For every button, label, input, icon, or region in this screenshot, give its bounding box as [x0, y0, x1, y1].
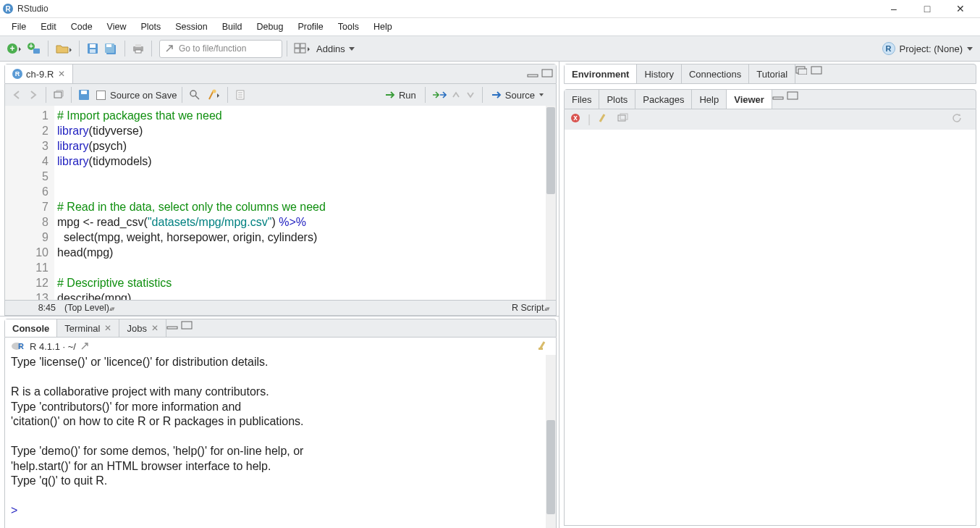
- source-statusbar: 8:45 (Top Level) R Script: [4, 300, 557, 316]
- tab-jobs[interactable]: Jobs✕: [119, 319, 166, 337]
- menu-help[interactable]: Help: [366, 20, 400, 34]
- console-popout-icon[interactable]: [80, 342, 90, 351]
- project-r-icon: R: [882, 42, 895, 55]
- restore-env-icon[interactable]: [795, 64, 807, 77]
- menu-profile[interactable]: Profile: [290, 20, 330, 34]
- tab-terminal[interactable]: Terminal✕: [57, 319, 119, 337]
- new-project-button[interactable]: +: [27, 42, 41, 55]
- tab-console[interactable]: Console: [5, 319, 57, 337]
- menu-session[interactable]: Session: [168, 20, 214, 34]
- save-button[interactable]: [86, 42, 99, 55]
- scope-indicator[interactable]: (Top Level): [64, 303, 512, 313]
- tab-environment[interactable]: Environment: [565, 64, 637, 83]
- top-right-tabs: Environment History Connections Tutorial: [564, 64, 976, 84]
- source-on-save-checkbox[interactable]: [96, 91, 106, 100]
- code-area[interactable]: # Import packages that we needlibrary(ti…: [54, 106, 556, 300]
- go-to-prev-button[interactable]: [451, 90, 461, 100]
- project-label: Project: (None): [900, 43, 963, 54]
- source-button[interactable]: Source: [487, 90, 552, 101]
- svg-rect-38: [773, 97, 783, 99]
- svg-rect-7: [90, 49, 96, 53]
- menu-debug[interactable]: Debug: [250, 20, 291, 34]
- menu-view[interactable]: View: [100, 20, 134, 34]
- maximize-viewer-icon[interactable]: [787, 90, 798, 102]
- svg-rect-22: [81, 91, 87, 94]
- r-file-icon: R: [12, 69, 22, 79]
- run-button[interactable]: Run: [381, 90, 421, 101]
- menu-file[interactable]: File: [4, 20, 33, 34]
- code-tools-button[interactable]: [205, 89, 221, 101]
- minimize-viewer-icon[interactable]: [772, 90, 784, 102]
- svg-text:+: +: [29, 42, 33, 50]
- export-viewer-icon[interactable]: [617, 113, 628, 126]
- tab-viewer[interactable]: Viewer: [727, 90, 772, 109]
- rerun-button[interactable]: [432, 90, 447, 100]
- open-file-button[interactable]: [55, 42, 72, 55]
- goto-file-function-input[interactable]: Go to file/function: [159, 40, 282, 58]
- svg-rect-6: [90, 44, 96, 48]
- app-logo-icon: R: [3, 4, 13, 14]
- go-to-next-button[interactable]: [465, 90, 476, 100]
- svg-rect-30: [167, 327, 177, 329]
- file-mode[interactable]: R Script: [512, 303, 549, 313]
- close-tab-icon[interactable]: ✕: [58, 69, 65, 79]
- tab-plots[interactable]: Plots: [599, 90, 635, 109]
- remove-viewer-icon[interactable]: x: [570, 113, 580, 126]
- svg-rect-14: [295, 43, 300, 48]
- main-toolbar: + + Go to file/function Addins R Project…: [0, 35, 980, 62]
- save-source-button[interactable]: [78, 89, 90, 101]
- svg-rect-37: [811, 67, 821, 74]
- minimize-button[interactable]: –: [877, 0, 911, 18]
- maximize-button[interactable]: □: [911, 0, 944, 18]
- tab-files[interactable]: Files: [565, 90, 599, 109]
- viewer-pane: Files Plots Packages Help Viewer x |: [564, 89, 976, 526]
- new-file-button[interactable]: +: [7, 42, 22, 55]
- maximize-pane-icon[interactable]: [541, 67, 553, 80]
- refresh-viewer-icon[interactable]: [951, 112, 963, 127]
- forward-button[interactable]: [28, 90, 39, 100]
- menu-bar: File Edit Code View Plots Session Build …: [0, 18, 980, 35]
- maximize-console-icon[interactable]: [181, 319, 193, 332]
- tab-history[interactable]: History: [637, 64, 681, 83]
- minimize-console-icon[interactable]: [166, 319, 178, 332]
- console-scrollbar[interactable]: [546, 355, 556, 528]
- console-pane: Console Terminal✕ Jobs✕ R R 4.1.1 · ~/ T…: [0, 317, 559, 528]
- console-output[interactable]: Type 'license()' or 'licence()' for dist…: [4, 355, 557, 528]
- minimize-pane-icon[interactable]: [527, 67, 538, 80]
- menu-plots[interactable]: Plots: [133, 20, 168, 34]
- source-tabs: R ch-9.R ✕: [4, 64, 557, 84]
- environment-pane: Environment History Connections Tutorial: [564, 64, 976, 85]
- close-jobs-icon[interactable]: ✕: [151, 323, 159, 333]
- menu-code[interactable]: Code: [64, 20, 100, 34]
- close-button[interactable]: ✕: [944, 0, 977, 18]
- bottom-right-tabs: Files Plots Packages Help Viewer: [564, 89, 976, 109]
- menu-edit[interactable]: Edit: [33, 20, 64, 34]
- close-terminal-icon[interactable]: ✕: [104, 323, 111, 333]
- compile-report-button[interactable]: [235, 89, 246, 101]
- tab-tutorial[interactable]: Tutorial: [749, 64, 795, 83]
- show-in-new-window-button[interactable]: [53, 90, 64, 100]
- menu-tools[interactable]: Tools: [331, 20, 366, 34]
- source-tab-ch9[interactable]: R ch-9.R ✕: [5, 64, 73, 83]
- save-all-button[interactable]: [104, 42, 118, 55]
- tab-connections[interactable]: Connections: [682, 64, 749, 83]
- tab-help[interactable]: Help: [692, 90, 727, 109]
- find-replace-button[interactable]: [189, 89, 200, 101]
- print-button[interactable]: [132, 43, 145, 54]
- title-bar: R RStudio – □ ✕: [0, 0, 980, 18]
- svg-rect-43: [620, 114, 628, 120]
- addins-menu[interactable]: Addins: [316, 43, 355, 54]
- svg-rect-4: [33, 49, 40, 54]
- back-button[interactable]: [12, 90, 23, 100]
- clear-viewer-icon[interactable]: [598, 113, 609, 126]
- clear-console-icon[interactable]: [537, 340, 550, 353]
- editor-scrollbar[interactable]: [546, 106, 556, 300]
- workspace-panes-button[interactable]: [294, 43, 310, 54]
- menu-build[interactable]: Build: [215, 20, 250, 34]
- project-menu[interactable]: R Project: (None): [882, 42, 973, 55]
- maximize-env-icon[interactable]: [811, 64, 822, 77]
- svg-rect-16: [295, 49, 300, 53]
- tab-packages[interactable]: Packages: [635, 90, 692, 109]
- svg-rect-31: [182, 322, 192, 329]
- code-editor[interactable]: 12345678910111213 # Import packages that…: [4, 106, 557, 300]
